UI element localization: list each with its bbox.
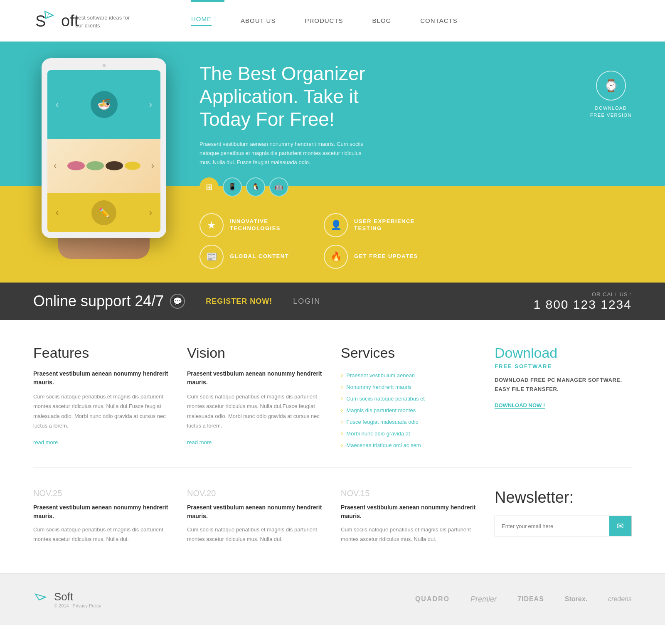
tablet: ‹ 🍜 › ‹ › ‹	[42, 58, 166, 238]
nav-contacts[interactable]: CONTACTS	[420, 17, 457, 24]
newsletter-title: Newsletter:	[495, 489, 632, 506]
tablet-screen-bot: ‹ ✏️ ›	[47, 193, 160, 232]
news-bold-1: Praesent vestibulum aenean nonummy hendr…	[33, 503, 170, 521]
services-title: Services	[341, 345, 478, 361]
tablet-icon-circle-top: 🍜	[91, 91, 118, 118]
features-read-more[interactable]: read more	[33, 439, 58, 445]
news-section: NOV.25 Praesent vestibulum aenean nonumm…	[0, 468, 665, 573]
footer-copyright-year: © 2014	[54, 603, 69, 608]
tablet-next-top[interactable]: ›	[149, 99, 152, 110]
footer: Soft © 2014 Privacy Policy QUADRO Premie…	[0, 573, 665, 625]
download-subtitle: FREE SOFTWARE	[495, 363, 632, 369]
nav-about[interactable]: ABOUT US	[241, 17, 276, 24]
newsletter-email-input[interactable]	[495, 516, 609, 536]
service-item-2[interactable]: ›Nonummy hendrerit mauris	[341, 381, 478, 393]
newsletter-column: Newsletter: ✉	[495, 489, 632, 544]
news-body-1: Cum sociis natoque penatibus et magnis d…	[33, 525, 170, 544]
tablet-prev-top[interactable]: ‹	[56, 99, 59, 110]
tablet-hand	[58, 238, 150, 259]
features-bold: Praesent vestibulum aenean nonummy hendr…	[33, 369, 170, 387]
nav-blog[interactable]: BLOG	[372, 17, 392, 24]
features-body: Cum sociis natoque penatibus et magnis d…	[33, 392, 170, 431]
feature-innovative: ★ INNOVATIVE TECHNOLOGIES	[200, 213, 316, 237]
nav-indicator	[191, 0, 224, 2]
platform-windows[interactable]: ⊞	[200, 177, 219, 197]
service-item-7[interactable]: ›Maecenas tristique orci ac sem	[341, 439, 478, 451]
register-button[interactable]: REGISTER NOW!	[206, 297, 272, 306]
service-item-1[interactable]: ›Praesent vestibulum aenean	[341, 369, 478, 381]
download-title: Download	[495, 345, 632, 361]
feature-updates-icon: 🔥	[324, 245, 348, 269]
news-item-1: NOV.25 Praesent vestibulum aenean nonumm…	[33, 489, 170, 544]
download-cta[interactable]: ⌚ DOWNLOAD FREE VERSION	[590, 71, 632, 118]
tablet-screen-mid: ‹ ›	[47, 139, 160, 193]
partner-credens: credens	[608, 595, 632, 603]
vision-read-more[interactable]: read more	[187, 439, 212, 445]
partner-storex: Storex.	[565, 595, 587, 603]
download-label: DOWNLOAD FREE VERSION	[590, 105, 632, 118]
partner-quadro: QUADRO	[415, 595, 450, 603]
news-body-2: Cum sociis natoque penatibus et magnis d…	[187, 525, 324, 544]
feature-ux-label: USER EXPERIENCE TESTING	[354, 218, 441, 232]
service-item-6[interactable]: ›Morbi nunc odio gravida at	[341, 428, 478, 439]
platform-android[interactable]: 📱	[223, 177, 242, 197]
news-bold-2: Praesent vestibulum aenean nonummy hendr…	[187, 503, 324, 521]
footer-logo-icon	[33, 591, 50, 607]
login-button[interactable]: LOGIN	[293, 297, 320, 306]
features-grid: ★ INNOVATIVE TECHNOLOGIES 👤 USER EXPERIE…	[200, 213, 441, 269]
service-item-4[interactable]: ›Magnis dis parturient montes	[341, 404, 478, 416]
news-body-3: Cum sociis natoque penatibus et magnis d…	[341, 525, 478, 544]
newsletter-form: ✉	[495, 516, 632, 536]
feature-updates-label: GET FREE UPDATES	[354, 253, 418, 260]
tablet-prev-bot[interactable]: ‹	[56, 207, 59, 218]
service-item-5[interactable]: ›Fusce feugiat malesuada odio	[341, 416, 478, 428]
nav-products[interactable]: PRODUCTS	[305, 17, 343, 24]
tablet-next-bot[interactable]: ›	[149, 207, 152, 218]
feature-updates: 🔥 GET FREE UPDATES	[324, 245, 441, 269]
logo-icon: S	[33, 9, 56, 32]
support-bar: Online support 24/7 💬 REGISTER NOW! LOGI…	[0, 283, 665, 320]
call-area: OR CALL US : 1 800 123 1234	[533, 291, 632, 312]
call-number: 1 800 123 1234	[533, 297, 632, 312]
hero-section: ‹ 🍜 › ‹ › ‹	[0, 42, 665, 283]
tablet-prev-mid[interactable]: ‹	[54, 160, 57, 171]
logo-tagline: best software ideas for our clients	[75, 14, 133, 30]
platform-other[interactable]: 🤖	[269, 177, 288, 197]
tablet-screen-top: ‹ 🍜 ›	[47, 70, 160, 139]
download-circle: ⌚	[596, 71, 626, 101]
macarons-display	[67, 161, 140, 170]
feature-ux: 👤 USER EXPERIENCE TESTING	[324, 213, 441, 237]
svg-text:S: S	[35, 12, 46, 30]
vision-title: Vision	[187, 345, 324, 361]
services-list: ›Praesent vestibulum aenean ›Nonummy hen…	[341, 369, 478, 451]
news-item-2: NOV.20 Praesent vestibulum aenean nonumm…	[187, 489, 324, 544]
features-title: Features	[33, 345, 170, 361]
nav-home[interactable]: HOME	[191, 15, 212, 26]
tablet-screen: ‹ 🍜 › ‹ › ‹	[47, 70, 160, 232]
features-column: Features Praesent vestibulum aenean nonu…	[33, 345, 170, 451]
tablet-next-mid[interactable]: ›	[151, 160, 154, 171]
svg-line-2	[46, 15, 53, 18]
support-text-area: Online support 24/7 💬	[33, 293, 185, 310]
logo-area: S oft best software ideas for our client…	[33, 9, 141, 32]
tablet-icon-circle-bot: ✏️	[91, 200, 116, 225]
footer-logo-text: Soft	[54, 590, 101, 603]
footer-privacy-link[interactable]: Privacy Policy	[73, 603, 101, 608]
download-desc: DOWNLOAD FREE PC MANAGER SOFTWARE. EASY …	[495, 376, 632, 394]
services-column: Services ›Praesent vestibulum aenean ›No…	[341, 345, 478, 451]
platform-linux[interactable]: 🐧	[246, 177, 265, 197]
news-date-3: NOV.15	[341, 489, 478, 498]
vision-body: Cum sociis natoque penatibus et magnis d…	[187, 392, 324, 431]
download-now-link[interactable]: DOWNLOAD NOW !	[495, 402, 545, 409]
header: S oft best software ideas for our client…	[0, 0, 665, 42]
footer-logo-area: Soft © 2014 Privacy Policy	[33, 590, 101, 608]
call-label: OR CALL US :	[533, 291, 632, 297]
newsletter-submit-button[interactable]: ✉	[609, 516, 631, 536]
service-item-3[interactable]: ›Cum sociis natoque penatibus et	[341, 393, 478, 404]
news-date-1: NOV.25	[33, 489, 170, 498]
tablet-container: ‹ 🍜 › ‹ › ‹	[42, 58, 166, 259]
support-text: Online support 24/7	[33, 293, 164, 310]
news-bold-3: Praesent vestibulum aenean nonummy hendr…	[341, 503, 478, 521]
partner-premier: Premier	[470, 595, 497, 604]
hero-description: Praesent vestibulum aenean nonummy hendr…	[200, 140, 366, 167]
